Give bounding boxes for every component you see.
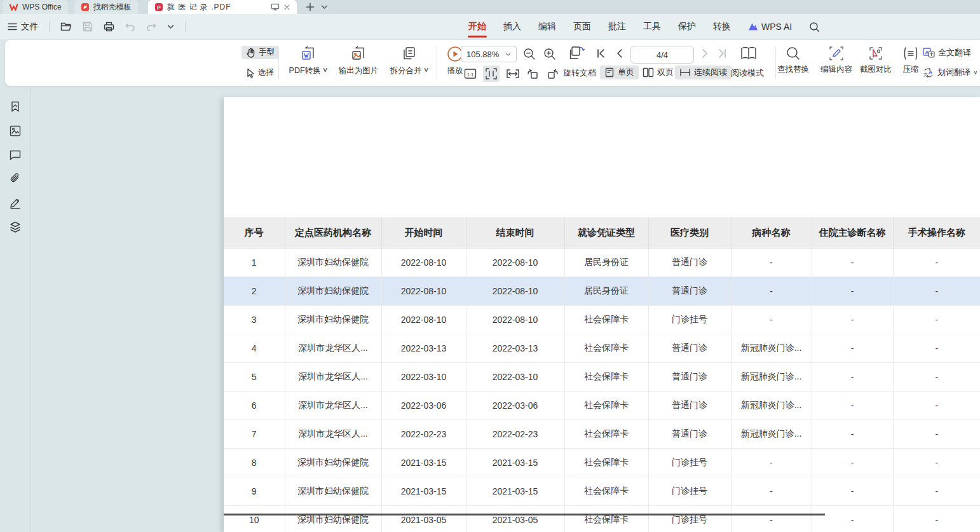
table-cell: 深圳市妇幼保健院 xyxy=(285,249,381,277)
menu-item-工具[interactable]: 工具 xyxy=(643,14,661,39)
menu-search-button[interactable] xyxy=(809,22,820,32)
page-number-input[interactable]: 4/4 xyxy=(630,46,694,64)
tab-bar: WPS Office 找稻壳模板 P 就 医 记 录 .PDF xyxy=(0,0,980,14)
bookmark-icon[interactable] xyxy=(9,100,22,113)
tab-document-pdf[interactable]: P 就 医 记 录 .PDF xyxy=(148,0,297,14)
actual-size-icon[interactable]: 1:1 xyxy=(464,67,477,80)
edit-content-label: 编辑内容 xyxy=(820,64,852,75)
edit-content-icon xyxy=(829,46,844,61)
close-tab-icon[interactable] xyxy=(283,4,290,11)
word-translate-label: 划词翻译 xyxy=(937,67,970,78)
new-tab-icon[interactable] xyxy=(306,3,315,11)
table-cell: 新冠肺炎门诊... xyxy=(731,363,812,392)
export-image-button[interactable]: 输出为图片 xyxy=(333,46,384,76)
signature-icon[interactable] xyxy=(9,196,22,209)
screenshot-compare-button[interactable]: 截图对比 xyxy=(857,46,895,75)
table-cell: - xyxy=(812,277,893,306)
table-cell: - xyxy=(731,249,812,277)
print-icon[interactable] xyxy=(104,22,114,32)
table-cell: - xyxy=(731,506,812,532)
table-cell: - xyxy=(731,277,812,306)
menu-item-开始[interactable]: 开始 xyxy=(468,14,486,39)
table-bottom-border xyxy=(224,514,825,515)
word-translate-button[interactable]: A 文 划词翻译 ˅ xyxy=(923,67,977,78)
first-page-icon[interactable] xyxy=(596,48,606,58)
hand-tool-button[interactable]: 手型 xyxy=(242,46,279,59)
zoom-level-select[interactable]: 105.88% xyxy=(461,46,517,62)
full-translate-button[interactable]: A 全文翻译 xyxy=(923,47,971,58)
table-cell: 普通门诊 xyxy=(648,392,731,420)
layers-icon[interactable] xyxy=(9,221,22,233)
menu-item-页面[interactable]: 页面 xyxy=(573,14,591,39)
menu-item-保护[interactable]: 保护 xyxy=(678,14,696,39)
tab-wps-home[interactable]: WPS Office xyxy=(3,0,68,14)
fit-page-icon[interactable] xyxy=(506,67,520,80)
column-header: 结束时间 xyxy=(466,217,564,249)
svg-text:A: A xyxy=(929,69,933,75)
fit-width-button[interactable] xyxy=(483,65,500,82)
pdf-page-canvas[interactable]: 序号定点医药机构名称开始时间结束时间就诊凭证类型医疗类别病种名称住院主诊断名称手… xyxy=(224,97,980,532)
comment-icon[interactable] xyxy=(9,149,22,161)
find-replace-button[interactable]: 查找替换 xyxy=(772,46,815,75)
menu-item-批注[interactable]: 批注 xyxy=(608,14,626,39)
table-cell: 社会保障卡 xyxy=(564,392,648,420)
continuous-read-button[interactable]: 连续阅读 xyxy=(675,65,732,79)
table-cell: 2022-03-13 xyxy=(466,334,564,363)
file-menu-button[interactable]: 文件 xyxy=(21,21,38,32)
previous-page-icon[interactable] xyxy=(615,48,624,58)
tab-list-chevron-icon[interactable] xyxy=(321,4,328,10)
rotate-left-icon[interactable] xyxy=(526,67,540,80)
svg-text:1:1: 1:1 xyxy=(467,72,473,78)
split-merge-button[interactable]: 拆分合并 ˅ xyxy=(385,46,433,76)
select-tool-button[interactable]: 选择 xyxy=(242,66,278,79)
monitor-icon[interactable] xyxy=(271,3,280,11)
table-cell: 2022-03-06 xyxy=(381,392,466,420)
thumbnail-icon[interactable] xyxy=(9,125,22,137)
wps-ai-button[interactable]: WPS AI xyxy=(748,22,792,32)
docer-icon xyxy=(81,3,90,11)
table-cell: 门诊挂号 xyxy=(648,306,731,334)
compress-button[interactable]: 压缩 xyxy=(896,46,925,75)
last-page-icon[interactable] xyxy=(717,48,727,58)
attachment-icon[interactable] xyxy=(9,172,22,185)
table-cell: 8 xyxy=(224,449,285,477)
menu-item-编辑[interactable]: 编辑 xyxy=(538,14,556,39)
table-cell: - xyxy=(893,392,980,420)
table-cell: - xyxy=(893,449,980,477)
table-cell: 2022-02-23 xyxy=(466,420,564,449)
single-page-button[interactable]: 单页 xyxy=(600,65,639,79)
table-cell: 社会保障卡 xyxy=(564,306,648,334)
rotate-document-button[interactable]: 旋转文档 xyxy=(563,67,596,79)
menu-item-插入[interactable]: 插入 xyxy=(503,14,521,39)
undo-icon[interactable] xyxy=(125,22,135,31)
pdf-convert-label: PDF转换 xyxy=(289,66,321,75)
open-file-icon[interactable] xyxy=(60,22,72,32)
quickbar-chevron-icon[interactable] xyxy=(167,24,174,29)
table-cell: 2022-03-10 xyxy=(466,363,564,392)
save-icon[interactable] xyxy=(83,22,93,32)
table-cell: - xyxy=(812,506,893,532)
read-mode-button[interactable]: 阅读模式 xyxy=(731,67,764,79)
table-cell: - xyxy=(893,477,980,506)
split-merge-label: 拆分合并 xyxy=(390,66,422,75)
table-cell: 6 xyxy=(224,392,285,420)
table-cell: 社会保障卡 xyxy=(564,449,648,477)
zoom-out-icon[interactable] xyxy=(522,47,536,61)
table-cell: 深圳市妇幼保健院 xyxy=(285,477,381,506)
next-page-icon[interactable] xyxy=(700,48,709,58)
split-merge-icon xyxy=(401,46,418,62)
read-mode-label: 阅读模式 xyxy=(731,67,764,79)
edit-content-button[interactable]: 编辑内容 xyxy=(817,46,855,75)
tab-docer[interactable]: 找稻壳模板 xyxy=(74,0,138,14)
table-cell: 2022-08-10 xyxy=(466,306,564,334)
table-cell: 深圳市龙华区人... xyxy=(285,363,381,392)
table-cell: 深圳市妇幼保健院 xyxy=(285,449,381,477)
table-cell: 2021-03-15 xyxy=(381,449,466,477)
menu-item-转换[interactable]: 转换 xyxy=(713,14,731,39)
rotate-pages-icon[interactable] xyxy=(568,45,586,62)
zoom-in-icon[interactable] xyxy=(543,47,557,61)
rotate-right-icon[interactable] xyxy=(545,67,559,80)
pdf-convert-button[interactable]: PDF转换 ˅ xyxy=(285,46,332,76)
read-mode-icon[interactable] xyxy=(740,45,758,62)
redo-icon[interactable] xyxy=(146,22,156,31)
